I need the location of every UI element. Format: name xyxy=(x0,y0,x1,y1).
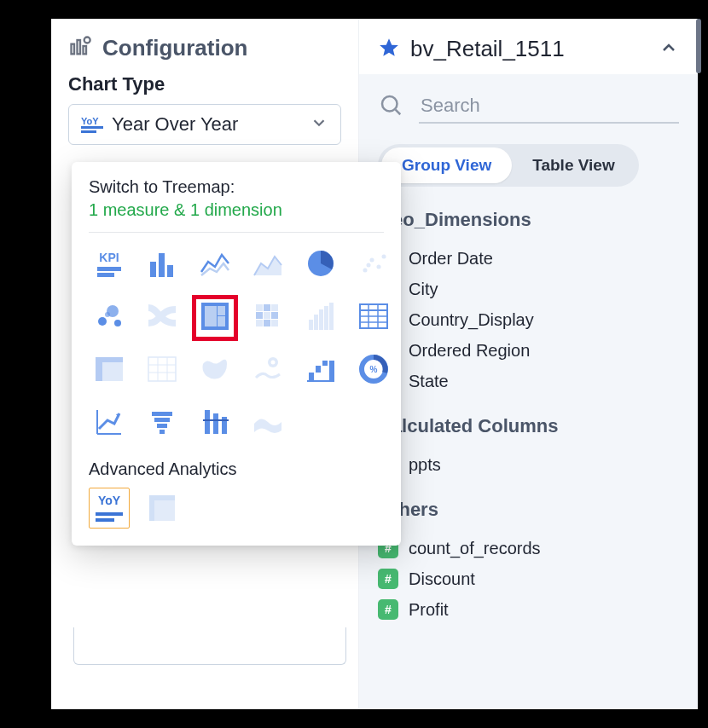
chart-option-pivot[interactable] xyxy=(89,350,130,391)
svg-rect-1 xyxy=(78,40,81,54)
svg-rect-36 xyxy=(256,312,263,319)
svg-rect-37 xyxy=(264,312,270,319)
chart-option-stacked-area[interactable] xyxy=(300,298,341,338)
svg-rect-73 xyxy=(154,418,170,422)
svg-point-20 xyxy=(382,255,386,259)
field-groups: Geo_DimensionsOrder DateaCityaCountry_Di… xyxy=(378,209,679,625)
chart-option-table[interactable] xyxy=(353,298,394,338)
search-row xyxy=(378,90,679,124)
chart-type-select[interactable]: YoY Year Over Year xyxy=(68,104,341,145)
chart-option-area[interactable] xyxy=(247,245,288,286)
chart-option-geo-map[interactable] xyxy=(194,350,235,391)
svg-rect-10 xyxy=(97,267,121,271)
field-item[interactable]: #Discount xyxy=(378,563,679,594)
chart-option-bullet[interactable] xyxy=(194,403,235,444)
svg-rect-74 xyxy=(157,424,167,428)
field-label: ppts xyxy=(409,455,441,475)
field-item[interactable]: aCountry_Display xyxy=(378,304,679,335)
chart-option-funnel[interactable] xyxy=(142,403,183,444)
bar-icon xyxy=(145,246,179,284)
sankey-icon xyxy=(145,299,179,337)
field-item[interactable]: Order Date xyxy=(378,243,679,274)
advanced-analytics-label: Advanced Analytics xyxy=(89,459,384,479)
svg-rect-82 xyxy=(149,495,154,521)
heatmap-icon xyxy=(251,299,285,337)
yoy-icon: YoY xyxy=(81,117,103,133)
cohort-icon xyxy=(147,493,177,523)
waterfall-icon xyxy=(304,352,338,390)
svg-rect-11 xyxy=(97,273,114,277)
search-icon xyxy=(378,92,403,121)
search-input[interactable] xyxy=(419,90,679,124)
pie-icon xyxy=(304,246,338,284)
svg-rect-45 xyxy=(324,306,328,330)
svg-rect-31 xyxy=(218,306,225,315)
field-group: Others#count_of_records#Discount#Profit xyxy=(378,499,679,625)
scrollbar-thumb[interactable] xyxy=(696,19,701,73)
chart-option-line[interactable] xyxy=(194,245,235,286)
field-item[interactable]: aCity xyxy=(378,274,679,304)
chart-option-waterfall[interactable] xyxy=(300,350,341,391)
chart-option-bubble[interactable] xyxy=(89,298,130,338)
area-icon xyxy=(251,246,285,284)
configuration-title: Configuration xyxy=(102,35,247,61)
svg-rect-0 xyxy=(72,44,75,55)
kpi-icon: KPI xyxy=(92,246,126,284)
svg-rect-72 xyxy=(152,412,172,416)
chart-option-pie[interactable] xyxy=(300,245,341,286)
svg-rect-55 xyxy=(96,357,102,381)
svg-rect-13 xyxy=(159,253,165,277)
funnel-icon xyxy=(145,405,179,442)
svg-rect-33 xyxy=(256,304,263,311)
chart-option-scatter-light[interactable] xyxy=(353,245,394,286)
chart-option-crosstab[interactable] xyxy=(142,350,183,391)
chart-option-cohort[interactable] xyxy=(142,488,183,529)
svg-rect-39 xyxy=(256,320,263,326)
svg-rect-2 xyxy=(84,46,87,54)
collapse-icon[interactable] xyxy=(659,38,679,61)
chart-option-sankey[interactable] xyxy=(142,298,183,338)
svg-rect-14 xyxy=(167,265,173,277)
svg-rect-40 xyxy=(264,320,270,326)
field-item[interactable]: #count_of_records xyxy=(378,533,679,563)
field-outline xyxy=(73,627,346,665)
switch-requirement: 1 measure & 1 dimension xyxy=(89,200,384,220)
svg-rect-41 xyxy=(271,320,278,326)
chart-option-heatmap[interactable] xyxy=(247,298,288,338)
dataset-title: bv_Retail_1511 xyxy=(410,36,648,62)
svg-rect-12 xyxy=(150,262,156,277)
chart-option-donut[interactable]: % xyxy=(353,350,394,391)
star-icon[interactable] xyxy=(378,37,400,62)
crosstab-icon xyxy=(145,352,179,390)
field-item[interactable]: aOrdered Region xyxy=(378,335,679,366)
svg-text:KPI: KPI xyxy=(99,251,119,264)
chart-option-geo-pin[interactable] xyxy=(247,350,288,391)
svg-point-3 xyxy=(84,38,90,43)
bullet-icon xyxy=(198,405,232,442)
svg-point-19 xyxy=(377,265,381,269)
field-item[interactable]: #ppts xyxy=(378,449,679,480)
chart-option-stream[interactable] xyxy=(247,403,288,444)
field-group: Calculated Columns#ppts xyxy=(378,415,679,480)
svg-rect-30 xyxy=(205,306,217,326)
chart-option-kpi[interactable]: KPI xyxy=(89,245,130,286)
chart-type-label: Chart Type xyxy=(68,73,341,95)
svg-rect-62 xyxy=(309,373,314,381)
field-item[interactable]: #Profit xyxy=(378,594,679,625)
number-icon: # xyxy=(378,599,398,620)
chart-option-yoy[interactable]: YoY xyxy=(89,488,130,529)
field-label: Profit xyxy=(409,600,449,620)
svg-rect-75 xyxy=(160,430,165,434)
table-view-tab[interactable]: Table View xyxy=(512,147,635,183)
stream-icon xyxy=(251,405,285,442)
donut-icon: % xyxy=(357,352,391,390)
pivot-icon xyxy=(92,352,126,390)
chart-option-treemap[interactable] xyxy=(194,298,235,338)
chart-option-trend[interactable] xyxy=(89,403,130,444)
chart-type-popover: Switch to Treemap: 1 measure & 1 dimensi… xyxy=(72,162,401,546)
svg-point-25 xyxy=(105,312,110,317)
field-label: Discount xyxy=(409,569,475,589)
number-icon: # xyxy=(378,569,398,589)
chart-option-bar[interactable] xyxy=(142,245,183,286)
field-item[interactable]: aState xyxy=(378,366,679,396)
